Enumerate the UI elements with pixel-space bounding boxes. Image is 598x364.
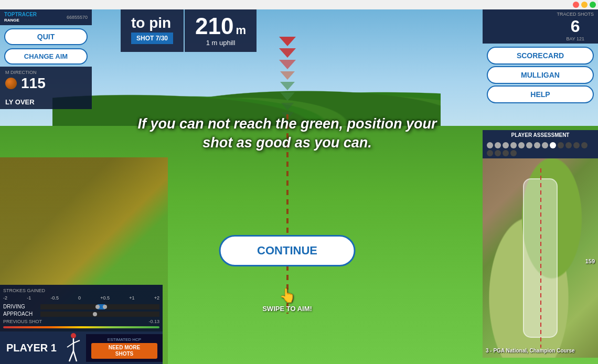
- dot-14: [487, 150, 493, 156]
- dot-6: [526, 142, 532, 148]
- wind-label: M DIRECTION: [5, 70, 87, 75]
- svg-line-3: [73, 340, 80, 343]
- scorecard-button[interactable]: SCORECARD: [487, 47, 594, 65]
- distance-box: 210 m 1 m uphill: [185, 9, 257, 52]
- arrow-6: [280, 92, 295, 101]
- player-assessment: PLAYER ASSESSMENT 3 - PGA National, Cham…: [483, 130, 598, 358]
- hcp-gradient-bar: [3, 326, 159, 328]
- instruction-message: If you can not reach the green, position…: [135, 114, 440, 153]
- assessment-dots: [483, 140, 598, 158]
- minimize-btn[interactable]: [581, 2, 588, 8]
- title-bar: [0, 0, 598, 9]
- driving-bar: [40, 304, 159, 309]
- distance-value: 210: [195, 15, 233, 38]
- continue-button[interactable]: CONTINUE: [219, 235, 356, 266]
- to-pin-box: to pin SHOT 7/30: [121, 9, 184, 52]
- bay-label: BAY 121: [557, 36, 594, 41]
- dot-17: [510, 150, 517, 156]
- driving-row: DRIVING: [3, 304, 159, 309]
- logo-text: TOPTRACER RANGE: [4, 12, 37, 23]
- dot-3: [503, 142, 509, 148]
- svg-line-2: [67, 343, 73, 347]
- wind-value: 115: [21, 75, 46, 92]
- logo-area: TOPTRACER RANGE 66855570: [0, 9, 92, 25]
- dot-15: [495, 150, 501, 156]
- right-panel: TRACED SHOTS 6 BAY 121 SCORECARD MULLIGA…: [483, 9, 598, 105]
- driving-dot: [95, 305, 100, 309]
- swipe-area: 👆 SWIPE TO AIM!: [262, 287, 312, 313]
- bottom-bar: PLAYER 1 ESTIMATED HCP NEED MORESHOTS: [0, 331, 163, 364]
- shot-info: SHOT 7/30: [131, 33, 173, 44]
- approach-row: APPROACH: [3, 311, 159, 317]
- approach-label: APPROACH: [3, 311, 37, 317]
- quit-button[interactable]: QUIT: [4, 28, 88, 45]
- traced-shots-label: TRACED SHOTS: [557, 12, 594, 17]
- hcp-badge: NEED MORESHOTS: [91, 343, 157, 359]
- hcp-title: ESTIMATED HCP: [91, 337, 157, 342]
- dot-8: [542, 142, 548, 148]
- continue-button-wrapper: CONTINUE: [219, 235, 356, 266]
- help-button[interactable]: HELP: [487, 85, 594, 103]
- session-id: 66855570: [67, 15, 88, 20]
- previous-shot-row: PREVIOUS SHOT -0.13: [3, 319, 159, 324]
- dot-12: [573, 142, 580, 148]
- player-figure-icon: [63, 333, 84, 363]
- left-panel: TOPTRACER RANGE 66855570 QUIT CHANGE AIM…: [0, 9, 92, 109]
- strokes-scale: -2 -1 -0.5 0 +0.5 +1 +2: [3, 295, 159, 301]
- course-map: 3 - PGA National, Champion Course 159: [483, 158, 598, 358]
- hcp-section: ESTIMATED HCP NEED MORESHOTS: [86, 334, 163, 362]
- traced-shots-value: 6: [557, 17, 594, 36]
- dot-2: [495, 142, 501, 148]
- dot-7: [534, 142, 540, 148]
- wind-over: LY OVER: [0, 95, 92, 109]
- dot-5: [518, 142, 525, 148]
- dot-11: [565, 142, 572, 148]
- map-distance: 159: [585, 258, 595, 264]
- svg-point-0: [71, 333, 76, 338]
- change-aim-button[interactable]: CHANGE AIM: [4, 48, 88, 65]
- dot-16: [503, 150, 509, 156]
- center-top-info: to pin SHOT 7/30 210 m 1 m uphill: [121, 9, 477, 52]
- distance-unit: m: [236, 24, 246, 37]
- strokes-gained-panel: STROKES GAINED -2 -1 -0.5 0 +0.5 +1 +2 D…: [0, 285, 163, 331]
- arrow-7: [281, 103, 294, 110]
- distance-sub: 1 m uphill: [195, 39, 246, 47]
- mulligan-button[interactable]: MULLIGAN: [487, 66, 594, 84]
- map-course-name: 3 - PGA National, Champion Course: [486, 348, 575, 354]
- previous-shot-value: -0.13: [148, 319, 159, 324]
- arrow-4: [280, 71, 295, 80]
- assessment-header: PLAYER ASSESSMENT: [483, 130, 598, 140]
- previous-shot-label: PREVIOUS SHOT: [3, 319, 42, 324]
- dot-1: [487, 142, 493, 148]
- to-pin-label: to pin: [131, 15, 173, 31]
- approach-bar: [40, 312, 159, 317]
- swipe-label: SWIPE TO AIM!: [262, 305, 312, 313]
- maximize-btn[interactable]: [590, 2, 596, 8]
- strokes-header: STROKES GAINED: [3, 288, 159, 293]
- wind-panel: M DIRECTION 115: [0, 67, 92, 95]
- wind-ball-icon: [5, 78, 17, 89]
- dot-13: [581, 142, 588, 148]
- svg-line-4: [69, 351, 73, 361]
- traced-shots-area: TRACED SHOTS 6 BAY 121: [483, 9, 598, 44]
- arrow-5: [280, 82, 295, 90]
- approach-dot: [93, 312, 97, 316]
- close-btn[interactable]: [573, 2, 579, 8]
- dot-4: [510, 142, 517, 148]
- dot-10: [558, 142, 564, 148]
- driving-dot2: [103, 305, 107, 309]
- player-label: PLAYER 1: [0, 342, 63, 354]
- dot-9: [550, 142, 556, 148]
- arrow-3: [279, 60, 296, 69]
- map-dashed-line: [540, 168, 541, 348]
- swipe-hand-icon: 👆: [262, 287, 312, 304]
- driving-label: DRIVING: [3, 304, 37, 309]
- svg-line-5: [73, 351, 77, 361]
